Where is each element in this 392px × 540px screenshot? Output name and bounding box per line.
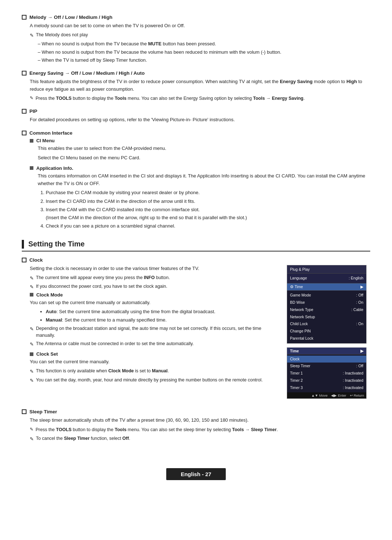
square-icon-clock-set [30, 352, 33, 356]
dash-item-2: When no sound is output from the TV beca… [38, 49, 370, 56]
energy-title: Energy Saving → Off / Low / Medium / Hig… [22, 70, 370, 76]
note-icon-clock2: ✎ [30, 283, 34, 291]
tv-menu-lang-row: Language : English [287, 275, 366, 282]
clock-set-note1: ✎ This function is only available when C… [30, 368, 279, 375]
tv-menu-time-rows: Clock Sleep Timer: Off Timer 1: Inactiva… [287, 354, 366, 393]
clock-mode-note2: ✎ The Antenna or cable must be connected… [30, 340, 279, 348]
clock-note1: ✎ The current time will appear every tim… [30, 274, 279, 282]
tv-menu-plug-play: Plug & Play [287, 265, 366, 274]
checkbox-icon [22, 15, 26, 20]
dash-item-1: When no sound is output from the TV beca… [38, 40, 370, 48]
square-icon-ci [30, 139, 33, 143]
clock-set-section: Clock Set You can set the current time m… [30, 351, 279, 384]
clock-mode-manual: Manual: Set the current time to a manual… [46, 316, 279, 324]
clock-set-body: You can set the current time manually. [30, 358, 279, 366]
note-icon-cm2: ✎ [30, 341, 34, 348]
footer: English - 27 [22, 465, 370, 484]
app-info-body: This contains information on CAM inserte… [38, 172, 370, 188]
pencil-icon-sleep1: ✎ [30, 426, 33, 433]
clock-set-note2: ✎ You can set the day, month, year, hour… [30, 377, 279, 384]
tv-row-change-pin: Change PIN [287, 328, 366, 335]
app-info-title: Application Info. [30, 165, 370, 171]
tv-row-parental: Parental Lock [287, 335, 366, 342]
setting-time-title: Setting the Time [28, 240, 85, 248]
note-pencil-icon: ✎ [30, 32, 34, 39]
clock-mode-title: Clock Mode [30, 292, 279, 298]
melody-note1: ✎ The Melody does not play [30, 32, 370, 39]
app-info-item-3: Insert the CAM with the CI CARD installe… [46, 206, 370, 221]
checkbox-icon-energy [22, 71, 26, 75]
clock-mode-note1: ✎ Depending on the broadcast station and… [30, 325, 279, 339]
tv-menu-time-row: ⚙ Time ▶ [287, 283, 366, 291]
app-info-item-2: Insert the CI CARD into the CAM in the d… [46, 198, 370, 205]
note-icon-cs2: ✎ [30, 377, 34, 384]
pip-body: For detailed procedures on setting up op… [30, 116, 370, 124]
tv-menu-time: Time ▶ Clock Sleep Timer: Off Timer 1: I… [287, 347, 367, 399]
sleep-timer-title: Sleep Timer [22, 409, 370, 414]
ci-menu-body1: This enables the user to select from the… [38, 145, 370, 152]
ci-menu-section: CI Menu This enables the user to select … [30, 138, 370, 162]
tv-menu-section1: Language : English [287, 274, 366, 283]
tv-menu-setup-rows: Game Mode: Off BD Wise: On Network Type:… [287, 290, 366, 343]
pencil-icon-energy: ✎ [30, 95, 33, 102]
sleep-timer-section: Sleep Timer The sleep timer automaticall… [22, 409, 370, 442]
sleep-timer-note1: ✎ Press the TOOLS button to display the … [30, 426, 370, 433]
ci-menu-title: CI Menu [30, 138, 370, 143]
checkbox-icon-clock [22, 258, 26, 262]
note-icon-sleep2: ✎ [30, 435, 34, 443]
energy-section: Energy Saving → Off / Low / Medium / Hig… [22, 70, 370, 102]
clock-note2: ✎ If you disconnect the power cord, you … [30, 283, 279, 291]
melody-section: Melody → Off / Low / Medium / High A mel… [22, 15, 370, 64]
square-icon-app [30, 166, 33, 170]
tv-row-network-setup: Network Setup [287, 314, 366, 321]
energy-body: This feature adjusts the brightness of t… [30, 78, 370, 93]
checkbox-icon-common [22, 131, 26, 135]
energy-note: ✎ Press the TOOLS button to display the … [30, 95, 370, 102]
clock-mode-section: Clock Mode You can set up the current ti… [30, 292, 279, 348]
tv-row-bd: BD Wise: On [287, 299, 366, 306]
tv-time-timer3: Timer 3: Inactivated [287, 384, 366, 392]
tv-time-timer1: Timer 1: Inactivated [287, 370, 366, 377]
setting-time-header: Setting the Time [22, 240, 370, 251]
note-icon-cm1: ✎ [30, 326, 34, 333]
pip-section: PIP For detailed procedures on setting u… [22, 109, 370, 124]
melody-dash-list: When no sound is output from the TV beca… [38, 40, 370, 64]
clock-text-content: Setting the clock is necessary in order … [30, 265, 279, 403]
clock-mode-auto: Auto: Set the current time automatically… [46, 308, 279, 315]
note-icon-clock1: ✎ [30, 275, 34, 282]
tv-menu-panel: Plug & Play Language : English ⚙ Time ▶ … [287, 265, 370, 403]
clock-title: Clock [22, 257, 370, 263]
clock-mode-list: Auto: Set the current time automatically… [46, 308, 279, 323]
footer-label: English - 27 [166, 468, 226, 480]
clock-content-with-image: Setting the clock is necessary in order … [30, 265, 370, 403]
clock-section: Clock Setting the clock is necessary in … [22, 257, 370, 403]
tv-menu-time-header: Time ▶ [287, 348, 366, 354]
tv-row-game: Game Mode: Off [287, 292, 366, 299]
app-info-item-4: Check if you can see a picture on a scra… [46, 222, 370, 230]
tv-time-timer2: Timer 2: Inactivated [287, 377, 366, 384]
sleep-timer-note2: ✎ To cancel the Sleep Timer function, se… [30, 435, 370, 443]
common-interface-section: Common Interface CI Menu This enables th… [22, 130, 370, 230]
checkbox-icon-sleep [22, 409, 26, 414]
melody-body: A melody sound can be set to come on whe… [30, 22, 370, 30]
dash-item-3: When the TV is turned off by Sleep Timer… [38, 57, 370, 64]
pip-title: PIP [22, 109, 370, 114]
melody-title: Melody → Off / Low / Medium / High [22, 15, 370, 20]
sleep-timer-body: The sleep timer automatically shuts off … [30, 417, 370, 424]
tv-row-child-lock: Child Lock: On [287, 320, 366, 328]
tv-time-sleep: Sleep Timer: Off [287, 363, 366, 370]
tv-menu-setup: Plug & Play Language : English ⚙ Time ▶ … [287, 265, 367, 344]
app-info-list: Purchase the CI CAM module by visiting y… [46, 189, 370, 230]
checkbox-icon-pip [22, 109, 26, 114]
square-icon-clock-mode [30, 293, 33, 296]
tv-time-clock: Clock [287, 356, 366, 363]
clock-set-title: Clock Set [30, 351, 279, 357]
app-info-section: Application Info. This contains informat… [30, 165, 370, 230]
ci-menu-body2: Select the CI Menu based on the menu PC … [38, 154, 370, 162]
tv-row-network-type: Network Type: Cable [287, 306, 366, 314]
clock-mode-body: You can set up the current time manually… [30, 299, 279, 307]
clock-body: Setting the clock is necessary in order … [30, 265, 279, 273]
note-icon-cs1: ✎ [30, 368, 34, 375]
tv-menu-bottom-bar: ▲▼ Move ◀▶ Enter ↩ Return [287, 392, 366, 398]
common-title: Common Interface [22, 130, 370, 136]
